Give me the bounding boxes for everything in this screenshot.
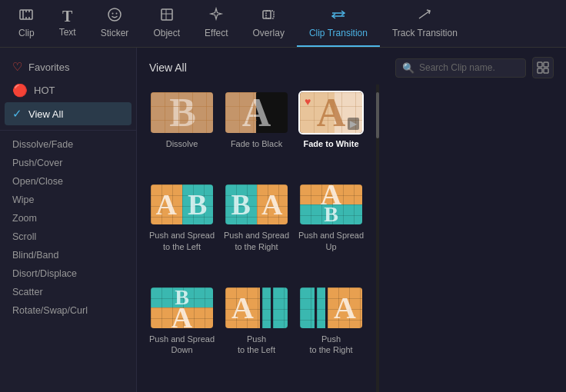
push-spread-right-label: Push and Spread to the Right — [224, 230, 289, 252]
search-icon: 🔍 — [402, 62, 415, 74]
nav-effect[interactable]: Effect — [192, 0, 240, 47]
sidebar-view-all[interactable]: ✓ View All — [5, 102, 132, 125]
push-left-label: Push to the Left — [238, 334, 275, 356]
nav-track-transition[interactable]: Track Transition — [380, 0, 470, 47]
svg-rect-12 — [263, 11, 271, 18]
push-right-label: Push to the Right — [309, 334, 352, 356]
sidebar-open-close[interactable]: Open/Close — [0, 172, 136, 191]
favorite-icon: ♥ — [305, 95, 311, 108]
sidebar-hot[interactable]: 🔴 HOT — [0, 78, 136, 102]
push-spread-left-label: Push and Spread to the Left — [149, 230, 215, 252]
push-spread-up-thumb: A B — [298, 183, 364, 227]
sidebar-favorites-label: Favorites — [28, 61, 69, 73]
transition-fade-black[interactable]: A Fade to Black — [224, 91, 289, 174]
text-icon: T — [62, 8, 72, 24]
transition-dissolve[interactable]: B Dissolve — [149, 91, 215, 174]
track-transition-icon — [417, 7, 432, 25]
transition-push-left[interactable]: A — [224, 286, 289, 380]
sidebar: ♡ Favorites 🔴 HOT ✓ View All Dissolve/Fa… — [0, 48, 137, 392]
fade-white-label: Fade to White — [303, 138, 358, 149]
preview-icon: ▶ — [348, 118, 359, 130]
nav-text-label: Text — [59, 27, 76, 38]
sidebar-blind-band[interactable]: Blind/Band — [0, 246, 136, 264]
check-icon: ✓ — [12, 107, 22, 121]
push-spread-up-label: Push and Spread Up — [298, 230, 364, 252]
clip-icon — [18, 7, 34, 25]
sidebar-scatter[interactable]: Scatter — [0, 283, 136, 301]
nav-overlay-label: Overlay — [253, 28, 285, 38]
sidebar-hot-label: HOT — [34, 85, 55, 96]
svg-point-6 — [108, 8, 121, 21]
push-spread-right-thumb: B A — [224, 183, 289, 227]
nav-clip-label: Clip — [18, 28, 35, 38]
transition-push-spread-up[interactable]: A B Push and Spread — [298, 183, 364, 277]
content-header: View All 🔍 — [137, 48, 566, 85]
transitions-grid: B Dissolve A Fade to Black — [137, 85, 376, 392]
overlay-icon — [261, 7, 276, 25]
sidebar-zoom[interactable]: Zoom — [0, 209, 136, 228]
svg-point-7 — [112, 13, 114, 15]
sidebar-disort-displace[interactable]: Disort/Displace — [0, 264, 136, 283]
fade-black-thumb: A — [224, 91, 289, 135]
nav-clip-transition-label: Clip Transition — [309, 28, 368, 38]
sidebar-dissolve-fade[interactable]: Dissolve/Fade — [0, 135, 136, 154]
transition-push-right[interactable]: A Push to the Right — [298, 286, 364, 380]
nav-clip[interactable]: Clip — [6, 0, 47, 47]
svg-rect-17 — [544, 68, 548, 73]
main-area: ♡ Favorites 🔴 HOT ✓ View All Dissolve/Fa… — [0, 48, 566, 392]
push-spread-down-thumb: B A — [149, 286, 215, 330]
fade-black-label: Fade to Black — [231, 138, 282, 149]
sidebar-favorites[interactable]: ♡ Favorites — [0, 55, 136, 78]
clip-transition-icon — [330, 7, 347, 25]
nav-clip-transition[interactable]: Clip Transition — [297, 0, 380, 47]
search-bar: 🔍 — [395, 57, 554, 78]
push-spread-left-thumb: A B — [149, 183, 215, 227]
transition-push-spread-down[interactable]: B A Push and Spread — [149, 286, 215, 380]
svg-rect-9 — [161, 9, 172, 20]
svg-rect-15 — [544, 62, 548, 67]
transition-fade-white[interactable]: ♥ A ▶ Fade to White — [298, 91, 364, 174]
content-area: View All 🔍 — [137, 48, 566, 392]
svg-point-8 — [116, 13, 118, 15]
sidebar-divider — [0, 130, 136, 131]
nav-sticker-label: Sticker — [101, 28, 129, 38]
search-input-wrap: 🔍 — [395, 58, 526, 78]
effect-icon — [208, 7, 224, 25]
object-icon — [159, 7, 175, 25]
sidebar-view-all-label: View All — [28, 108, 63, 120]
view-all-label: View All — [149, 61, 187, 74]
nav-object-label: Object — [153, 28, 180, 38]
sidebar-push-cover[interactable]: Push/Cover — [0, 154, 136, 172]
nav-track-transition-label: Track Transition — [392, 28, 458, 38]
nav-effect-label: Effect — [205, 28, 228, 38]
svg-rect-16 — [538, 68, 542, 73]
sticker-icon — [107, 7, 122, 25]
svg-rect-13 — [266, 11, 274, 18]
top-navigation: Clip T Text Sticker Object — [0, 0, 566, 48]
push-right-thumb: A — [298, 286, 364, 330]
sidebar-wipe[interactable]: Wipe — [0, 191, 136, 209]
nav-text[interactable]: T Text — [47, 0, 88, 47]
scrollbar-thumb[interactable] — [376, 92, 379, 138]
grid-toggle-button[interactable] — [532, 57, 554, 78]
scrollbar[interactable] — [376, 85, 379, 392]
push-left-thumb: A — [224, 286, 289, 330]
heart-icon: ♡ — [12, 60, 22, 74]
transition-push-spread-left[interactable]: A B Pus — [149, 183, 215, 277]
transition-push-spread-right[interactable]: B A Push and Spread — [224, 183, 289, 277]
search-input[interactable] — [419, 62, 519, 73]
nav-object[interactable]: Object — [141, 0, 192, 47]
dissolve-thumb: B — [149, 91, 215, 135]
svg-rect-14 — [538, 62, 542, 67]
dissolve-label: Dissolve — [166, 138, 198, 149]
nav-sticker[interactable]: Sticker — [88, 0, 142, 47]
push-spread-down-label: Push and Spread Down — [149, 334, 215, 356]
sidebar-scroll[interactable]: Scroll — [0, 228, 136, 246]
sidebar-rotate-swap-curl[interactable]: Rotate/Swap/Curl — [0, 301, 136, 320]
hot-icon: 🔴 — [12, 83, 28, 98]
nav-overlay[interactable]: Overlay — [241, 0, 297, 47]
fade-white-thumb: ♥ A ▶ — [298, 91, 364, 135]
